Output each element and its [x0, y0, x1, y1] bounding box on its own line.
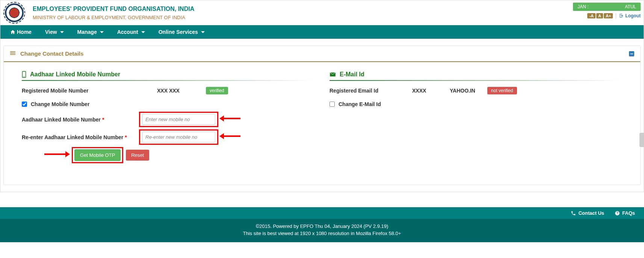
change-email-checkbox-label: Change E-Mail Id — [339, 101, 381, 107]
footer-bottom: ©2015. Powered by EPFO Thu 04, January 2… — [0, 219, 644, 242]
change-email-checkbox-row: Change E-Mail Id — [330, 101, 622, 107]
footer-viewed: This site is best viewed at 1920 x 1080 … — [0, 230, 644, 237]
nav-manage-label: Manage — [77, 29, 97, 35]
header-bar: EMPLOYEES' PROVIDENT FUND ORGANISATION, … — [0, 0, 644, 25]
nav-online-label: Online Services — [159, 29, 198, 35]
reenter-mobile-label: Re-enter Aadhaar Linked Mobile Number* — [22, 134, 135, 140]
footer-copyright: ©2015. Powered by EPFO Thu 04, January 2… — [0, 223, 644, 230]
nav-manage[interactable]: Manage — [71, 25, 110, 39]
logout-icon — [619, 14, 624, 18]
panel-body: Aadhaar Linked Mobile Number Registered … — [4, 62, 640, 185]
footer-top: Contact Us FAQs — [0, 207, 644, 219]
contact-us-link[interactable]: Contact Us — [571, 210, 604, 216]
change-contact-panel: Change Contact Details − Aadhaar Linked … — [3, 46, 641, 185]
required-asterisk: * — [125, 134, 127, 140]
svg-rect-2 — [10, 54, 15, 55]
svg-rect-1 — [10, 53, 15, 53]
user-right: ATUL — [625, 4, 636, 9]
user-left: JAN : — [577, 4, 588, 9]
change-mobile-checkbox[interactable] — [22, 102, 27, 107]
chevron-down-icon — [100, 31, 104, 33]
font-normal-button[interactable]: A — [596, 13, 603, 18]
registered-mobile-row: Registered Mobile Number XXX XXX verifie… — [22, 87, 314, 94]
faqs-link[interactable]: FAQs — [615, 210, 635, 216]
nav-view[interactable]: View — [38, 25, 71, 39]
chevron-down-icon — [60, 31, 64, 33]
new-mobile-row: Aadhaar Linked Mobile Number* — [22, 114, 314, 125]
ministry-title: MINISTRY OF LABOUR & EMPLOYMENT, GOVERNM… — [33, 15, 194, 20]
chevron-down-icon — [141, 31, 145, 33]
change-mobile-checkbox-row: Change Mobile Number — [22, 101, 314, 107]
svg-rect-0 — [10, 51, 15, 52]
new-mobile-label-text: Aadhaar Linked Mobile Number — [22, 117, 101, 123]
new-mobile-label: Aadhaar Linked Mobile Number* — [22, 117, 135, 123]
envelope-icon — [330, 72, 336, 77]
registered-mobile-value: XXX XXX — [157, 88, 206, 94]
nav-account-label: Account — [117, 29, 138, 35]
top-right-area: JAN : ATUL -A A A+ Logout — [573, 3, 641, 18]
font-increase-button[interactable]: A+ — [604, 13, 613, 18]
question-icon — [615, 211, 620, 216]
font-size-buttons: -A A A+ — [587, 13, 613, 18]
nav-online-services[interactable]: Online Services — [152, 25, 212, 39]
email-section-title: E-Mail Id — [330, 71, 622, 78]
reset-button[interactable]: Reset — [126, 150, 149, 161]
not-verified-badge: not verified — [487, 87, 517, 94]
navbar: Home View Manage Account Online Services — [0, 25, 644, 39]
header-titles: EMPLOYEES' PROVIDENT FUND ORGANISATION, … — [33, 6, 194, 20]
hamburger-icon — [10, 50, 16, 57]
reenter-mobile-input[interactable] — [142, 132, 215, 143]
home-icon — [10, 29, 15, 35]
reenter-mobile-label-text: Re-enter Aadhaar Linked Mobile Number — [22, 134, 123, 140]
nav-home-label: Home — [17, 29, 32, 35]
mobile-icon — [22, 71, 26, 78]
phone-icon — [571, 211, 576, 216]
verified-badge: verified — [206, 87, 228, 94]
section-underline — [22, 80, 314, 81]
nav-view-label: View — [45, 29, 57, 35]
reenter-mobile-input-wrap — [142, 132, 215, 143]
mobile-section-title: Aadhaar Linked Mobile Number — [22, 71, 314, 78]
accessibility-row: -A A A+ Logout — [587, 13, 641, 18]
button-row: Get Mobile OTP Reset — [22, 149, 314, 161]
registered-email-label: Registered Email Id — [330, 88, 412, 94]
logout-label: Logout — [625, 13, 641, 18]
arrow-annotation-icon — [44, 153, 65, 155]
change-mobile-checkbox-label: Change Mobile Number — [31, 101, 89, 107]
chevron-down-icon — [201, 31, 205, 33]
registered-email-domain: YAHOO.IN — [450, 88, 487, 94]
registered-email-row: Registered Email Id XXXX YAHOO.IN not ve… — [330, 87, 622, 94]
email-section-label: E-Mail Id — [340, 71, 364, 78]
required-asterisk: * — [102, 117, 104, 123]
faqs-label: FAQs — [622, 210, 635, 216]
panel-heading-left: Change Contact Details — [10, 50, 83, 57]
epfo-logo — [5, 3, 24, 22]
panel-title: Change Contact Details — [20, 50, 83, 57]
change-email-checkbox[interactable] — [330, 102, 335, 107]
nav-account[interactable]: Account — [110, 25, 152, 39]
get-mobile-otp-button[interactable]: Get Mobile OTP — [74, 149, 121, 161]
org-title: EMPLOYEES' PROVIDENT FUND ORGANISATION, … — [33, 6, 194, 12]
collapse-button[interactable]: − — [629, 51, 634, 56]
panel-heading: Change Contact Details − — [4, 46, 640, 62]
mobile-column: Aadhaar Linked Mobile Number Registered … — [22, 71, 314, 161]
email-column: E-Mail Id Registered Email Id XXXX YAHOO… — [330, 71, 622, 161]
contact-us-label: Contact Us — [578, 210, 604, 216]
minus-icon: − — [630, 51, 633, 56]
registered-email-value: XXXX — [412, 88, 450, 94]
svg-point-4 — [24, 76, 24, 77]
mobile-section-label: Aadhaar Linked Mobile Number — [30, 71, 120, 78]
reenter-mobile-row: Re-enter Aadhaar Linked Mobile Number* — [22, 132, 314, 143]
new-mobile-input-wrap — [142, 114, 215, 125]
section-underline — [330, 80, 622, 81]
arrow-annotation-icon — [224, 135, 240, 137]
arrow-annotation-icon — [224, 118, 240, 119]
new-mobile-input[interactable] — [142, 114, 215, 125]
nav-home[interactable]: Home — [3, 25, 38, 39]
logout-link[interactable]: Logout — [616, 13, 641, 18]
registered-mobile-label: Registered Mobile Number — [22, 88, 135, 94]
scroll-hint — [639, 133, 644, 147]
otp-button-wrap: Get Mobile OTP — [74, 149, 121, 161]
user-info-bar: JAN : ATUL — [573, 3, 641, 11]
font-decrease-button[interactable]: -A — [587, 13, 596, 18]
